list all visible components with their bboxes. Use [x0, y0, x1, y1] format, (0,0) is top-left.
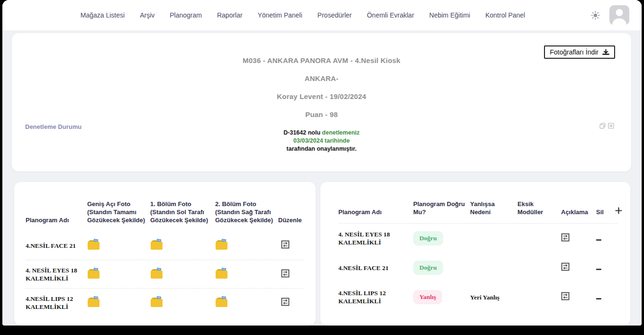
delete-minus-icon[interactable] — [596, 239, 601, 241]
planogram-name: 4. NESİL EYES 18 KALEMLİKLİ — [26, 266, 87, 282]
status-badge: Doğru — [413, 261, 443, 275]
nav-item-magaza-listesi[interactable]: Mağaza Listesi — [81, 11, 125, 19]
col-header-2-bolum-foto: 2. Bölüm Foto (Standın Sağ Tarafı Gözüke… — [215, 200, 278, 224]
approval-green-2: 03/03/2024 tarihinde — [12, 137, 631, 145]
store-title: M036 - ANKARA PANORA AVM - 4.Nesil Kiosk — [12, 57, 631, 64]
add-row-plus-icon[interactable] — [615, 207, 622, 214]
edit-transfer-box-icon[interactable] — [281, 240, 290, 249]
col-header-genis-aci-foto: Geniş Açı Foto (Standın Tamamı Gözükecek… — [87, 200, 150, 224]
review-table-header: Planogram Adı Planogram Doğru Mu? Yanlış… — [338, 193, 618, 224]
note-transfer-box-icon[interactable] — [561, 292, 570, 300]
delete-minus-icon[interactable] — [596, 269, 601, 270]
approval-green-1: denetlemeniz — [322, 129, 360, 136]
status-badge: Yanlış — [413, 290, 442, 304]
city-line: ANKARA- — [12, 75, 631, 82]
nav-item-arsiv[interactable]: Arşiv — [140, 11, 154, 19]
photos-table-header: Planogram Adı Geniş Açı Foto (Standın Ta… — [26, 193, 304, 231]
approval-suffix: tarafından onaylanmıştır. — [12, 145, 631, 153]
open-folder-icon[interactable] — [150, 268, 163, 279]
review-table-row: 4.NESİL FACE 21 Doğru — [338, 253, 618, 282]
user-avatar-icon[interactable] — [609, 5, 629, 25]
col-header-sil: Sil — [596, 208, 615, 216]
note-transfer-box-icon[interactable] — [561, 233, 570, 242]
planogram-name: 4.NESİL FACE 21 — [338, 264, 413, 272]
nav-item-planogram[interactable]: Planogram — [170, 11, 202, 19]
col-header-eksik-moduller: Eksik Modüller — [517, 200, 561, 216]
approval-prefix: D-31642 nolu — [283, 129, 320, 136]
nav-item-yonetim-paneli[interactable]: Yönetim Paneli — [258, 11, 302, 19]
delete-minus-icon[interactable] — [596, 298, 601, 299]
status-badge: Doğru — [413, 231, 443, 245]
copy-icon[interactable] — [599, 123, 606, 129]
nav-item-raporlar[interactable]: Raporlar — [217, 11, 243, 19]
score-line: Puan - 98 — [12, 111, 631, 118]
open-folder-icon[interactable] — [150, 296, 163, 308]
col-header-aciklama: Açıklama — [561, 208, 596, 216]
col-header-planogram-adi: Planogram Adı — [338, 208, 413, 216]
nav-item-nebim-egitimi[interactable]: Nebim Eğitimi — [429, 11, 470, 19]
photos-table-row: 4. NESİL EYES 18 KALEMLİKLİ — [26, 260, 304, 288]
planogram-name: 4.NESİL LIPS 12 KALEMLİKLİ — [338, 289, 413, 305]
open-folder-icon[interactable] — [87, 268, 100, 279]
col-header-yanlissa-nedeni: Yanlışsa Nedeni — [470, 200, 517, 216]
col-header-duzenle: Düzenle — [278, 216, 307, 224]
audit-header-lines: M036 - ANKARA PANORA AVM - 4.Nesil Kiosk… — [12, 33, 631, 118]
auditor-date-line: Koray Levent - 19/02/2024 — [12, 93, 631, 100]
audit-summary-card: Fotoğrafları İndir M036 - ANKARA PANORA … — [12, 33, 631, 172]
app-window: Mağaza Listesi Arşiv Planogram Raporlar … — [2, 0, 642, 326]
planogram-name: 4. NESİL EYES 18 KALEMLİKLİ — [338, 230, 413, 246]
review-table-row: 4.NESİL LIPS 12 KALEMLİKLİ Yanlış Yeri Y… — [338, 282, 618, 312]
photos-table-row: 4.NESİL FACE 21 — [26, 231, 304, 260]
tables-row: Planogram Adı Geniş Açı Foto (Standın Ta… — [14, 182, 630, 326]
sun-icon[interactable] — [591, 11, 600, 20]
close-box-icon[interactable] — [608, 123, 614, 129]
open-folder-icon[interactable] — [215, 268, 228, 279]
nav-item-kontrol-panel[interactable]: Kontrol Panel — [485, 11, 525, 19]
review-table-row: 4. NESİL EYES 18 KALEMLİKLİ Doğru — [338, 224, 618, 253]
download-photos-button[interactable]: Fotoğrafları İndir — [544, 45, 615, 59]
main-nav: Mağaza Listesi Arşiv Planogram Raporlar … — [81, 11, 525, 19]
edit-transfer-box-icon[interactable] — [281, 269, 290, 278]
nav-item-onemli-evraklar[interactable]: Önemli Evraklar — [367, 11, 414, 19]
planogram-name: 4.NESİL FACE 21 — [26, 242, 87, 250]
planogram-review-card: Planogram Adı Planogram Doğru Mu? Yanlış… — [320, 182, 630, 326]
open-folder-icon[interactable] — [87, 296, 100, 308]
note-transfer-box-icon[interactable] — [561, 263, 570, 271]
planogram-name: 4.NESİL LIPS 12 KALEMLİKLİ — [26, 295, 87, 311]
col-header-planogram-adi: Planogram Adı — [26, 216, 87, 224]
open-folder-icon[interactable] — [215, 239, 228, 250]
planogram-photos-card: Planogram Adı Geniş Açı Foto (Standın Ta… — [14, 182, 316, 326]
open-folder-icon[interactable] — [87, 239, 100, 250]
wrong-reason: Yeri Yanlış — [470, 293, 517, 301]
nav-item-prosedurler[interactable]: Prosedürler — [317, 11, 352, 19]
download-tray-icon — [602, 49, 609, 56]
status-corner-icons — [599, 123, 614, 129]
photos-table-row: 4.NESİL LIPS 12 KALEMLİKLİ — [26, 288, 304, 317]
approval-message: D-31642 nolu denetlemeniz 03/03/2024 tar… — [12, 129, 631, 153]
open-folder-icon[interactable] — [215, 296, 228, 308]
open-folder-icon[interactable] — [150, 239, 163, 250]
download-photos-label: Fotoğrafları İndir — [550, 48, 599, 56]
col-header-planogram-dogru-mu: Planogram Doğru Mu? — [413, 200, 470, 216]
col-header-1-bolum-foto: 1. Bölüm Foto (Standın Sol Tarafı Gözüke… — [150, 200, 215, 224]
edit-transfer-box-icon[interactable] — [281, 298, 290, 306]
top-navbar: Mağaza Listesi Arşiv Planogram Raporlar … — [2, 0, 642, 30]
navbar-right — [591, 5, 629, 25]
